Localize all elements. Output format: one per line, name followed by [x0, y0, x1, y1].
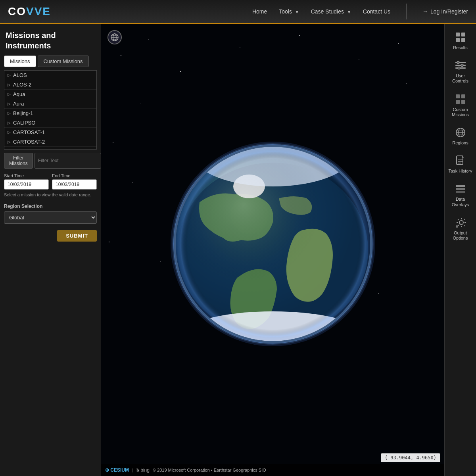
- mission-name: ALOS-2: [13, 82, 31, 88]
- navbar-links: Home Tools ▼ Case Studies ▼ Contact Us →…: [252, 4, 468, 19]
- coordinates-badge: (-93.9044, 4.9650): [381, 453, 440, 462]
- start-time-label: Start Time: [4, 173, 49, 178]
- right-btn-output-options[interactable]: Output Options: [447, 213, 474, 244]
- mission-item[interactable]: ▷CARTOSAT-1: [4, 128, 96, 137]
- svg-rect-59: [456, 191, 465, 193]
- nav-divider: [406, 4, 407, 19]
- grid-icon: [454, 31, 467, 44]
- submit-button[interactable]: SUBMIT: [57, 230, 97, 242]
- start-time-field: Start Time: [4, 173, 49, 190]
- layers-icon: [454, 182, 467, 195]
- nav-tools[interactable]: Tools ▼: [279, 8, 299, 15]
- mission-item[interactable]: ▷ALOS: [4, 71, 96, 80]
- right-btn-results[interactable]: Results: [447, 28, 474, 54]
- task-history-label: Task History: [449, 169, 472, 174]
- submit-section: SUBMIT: [0, 226, 101, 246]
- globe-svg: [168, 139, 378, 349]
- svg-rect-46: [456, 100, 460, 104]
- filter-section: Filter Missions: [0, 150, 101, 170]
- mission-expand-arrow: ▷: [8, 140, 11, 144]
- mission-expand-arrow: ▷: [8, 111, 11, 115]
- tab-custom-missions[interactable]: Custom Missions: [38, 56, 89, 67]
- mission-list: ▷ALOS▷ALOS-2▷Aqua▷Aura▷Beijing-1▷CALIPSO…: [4, 70, 97, 150]
- svg-point-69: [456, 225, 458, 228]
- app-logo: COVVE: [8, 5, 51, 18]
- mission-expand-arrow: ▷: [8, 130, 11, 134]
- filter-text-input[interactable]: [35, 153, 101, 169]
- mission-item[interactable]: ▷ALOS-2: [4, 80, 96, 90]
- login-label: Log In/Register: [430, 8, 468, 15]
- svg-rect-45: [461, 94, 465, 98]
- end-time-label: End Time: [52, 173, 97, 178]
- map-area: (-93.9044, 4.9650) ⊕ CESIUM | 𝐛 bing © 2…: [101, 24, 444, 476]
- attribution-text: © 2019 Microsoft Corporation • Earthstar…: [153, 468, 266, 472]
- svg-rect-34: [456, 33, 460, 36]
- right-btn-user-controls[interactable]: User Controls: [447, 56, 474, 87]
- date-section: Start Time End Time Select a mission to …: [0, 170, 101, 201]
- results-label: Results: [453, 45, 468, 50]
- start-time-input[interactable]: [4, 179, 49, 190]
- mission-name: ALOS: [13, 72, 27, 78]
- nav-case-studies[interactable]: Case Studies ▼: [311, 8, 351, 15]
- mission-expand-arrow: ▷: [8, 102, 11, 106]
- tab-missions[interactable]: Missions: [4, 56, 36, 67]
- mission-name: CARTOSAT-2: [13, 139, 45, 145]
- login-icon: →: [422, 8, 428, 15]
- svg-rect-39: [455, 65, 466, 66]
- mission-name: Aqua: [13, 91, 25, 97]
- map-attribution: ⊕ CESIUM | 𝐛 bing © 2019 Microsoft Corpo…: [101, 464, 444, 476]
- data-overlays-label: Data Overlays: [449, 197, 472, 207]
- satellite-icon: [454, 216, 467, 229]
- map-globe-button[interactable]: [107, 30, 122, 44]
- mission-name: Aura: [13, 101, 24, 107]
- nav-home[interactable]: Home: [252, 8, 267, 15]
- mission-item[interactable]: ▷Beijing-1: [4, 109, 96, 118]
- nav-contact-us[interactable]: Contact Us: [363, 8, 390, 15]
- right-sidebar: Results User Controls: [444, 24, 476, 476]
- mission-name: Beijing-1: [13, 110, 33, 116]
- mission-item[interactable]: ▷CARTOSAT-2A: [4, 147, 96, 150]
- regions-label: Regions: [452, 140, 468, 146]
- mission-expand-arrow: ▷: [8, 73, 11, 77]
- right-btn-task-history[interactable]: Task History: [447, 151, 474, 177]
- right-btn-data-overlays[interactable]: Data Overlays: [447, 179, 474, 210]
- svg-point-42: [461, 64, 463, 67]
- svg-point-41: [457, 61, 459, 64]
- logo-e: VE: [35, 5, 51, 17]
- svg-rect-44: [456, 94, 460, 98]
- svg-line-66: [464, 225, 465, 226]
- case-dropdown-arrow: ▼: [347, 10, 351, 14]
- svg-rect-58: [456, 188, 465, 190]
- mission-expand-arrow: ▷: [8, 121, 11, 125]
- svg-rect-36: [456, 38, 460, 42]
- region-label: Region Selection: [4, 203, 97, 209]
- svg-line-68: [464, 219, 465, 220]
- missions-tabs: Missions Custom Missions: [0, 56, 101, 67]
- filter-missions-button[interactable]: Filter Missions: [4, 153, 33, 169]
- login-button[interactable]: → Log In/Register: [422, 8, 468, 15]
- svg-point-43: [458, 67, 460, 69]
- globe-btn-icon: [110, 33, 119, 42]
- region-select[interactable]: Global Custom: [4, 211, 97, 224]
- svg-rect-37: [461, 38, 465, 42]
- svg-point-28: [176, 147, 370, 341]
- mission-item[interactable]: ▷CALIPSO: [4, 118, 96, 128]
- cesium-logo: ⊕ CESIUM: [105, 467, 129, 473]
- end-time-input[interactable]: [52, 179, 97, 190]
- custom-missions-label: Custom Missions: [449, 107, 472, 117]
- right-btn-regions[interactable]: Regions: [447, 123, 474, 149]
- logo-co: CO: [8, 5, 26, 17]
- sidebar-title: Missions and Instruments: [0, 24, 101, 56]
- right-btn-custom-missions[interactable]: Custom Missions: [447, 90, 474, 121]
- date-hint: Select a mission to view the valid date …: [4, 192, 97, 198]
- mission-item[interactable]: ▷CARTOSAT-2: [4, 137, 96, 147]
- region-section: Region Selection Global Custom: [0, 201, 101, 226]
- left-sidebar: Missions and Instruments Missions Custom…: [0, 24, 101, 476]
- output-options-label: Output Options: [449, 230, 472, 241]
- mission-item[interactable]: ▷Aqua: [4, 90, 96, 99]
- mission-item[interactable]: ▷Aura: [4, 99, 96, 109]
- tools-dropdown-arrow: ▼: [295, 10, 299, 14]
- end-time-field: End Time: [52, 173, 97, 190]
- svg-line-65: [458, 219, 459, 220]
- globe-sm-icon: [454, 126, 467, 139]
